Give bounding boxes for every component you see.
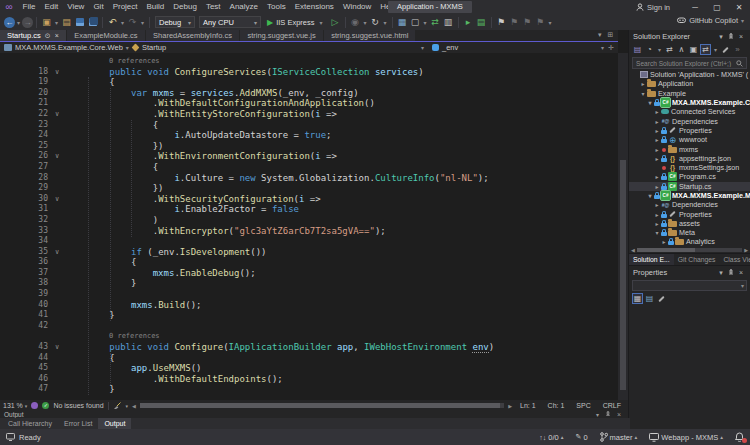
scroll-right-icon[interactable]: ▶ [508,403,512,409]
dropdown-caret-icon[interactable]: ▾ [119,19,126,26]
code-line[interactable]: 19 { [0,77,618,88]
output-panel-header[interactable]: Output ▾ × [0,411,628,418]
tree-item-application[interactable]: ▸Application [629,79,750,88]
scrollbar-thumb[interactable] [140,403,501,408]
repository-button[interactable]: Webapp - MXMS▴ [649,432,723,442]
tree-item-dependencies[interactable]: ▸#@Dependencies [629,200,750,209]
show-all-files-icon[interactable]: ▣ [688,44,699,55]
start-debugging-button[interactable]: ▶IIS Express▾ [263,16,329,28]
code-line[interactable]: 47 } [0,384,618,395]
close-icon[interactable]: × [736,269,746,276]
properties-object-combobox[interactable]: ▾ [632,280,747,291]
code-line[interactable]: 24 i.AutoUpdateDatastore = true; [0,130,618,141]
line-ending-indicator[interactable]: CRLF [599,402,625,409]
property-pages-icon[interactable] [656,293,667,304]
zoom-select[interactable]: 131 % ▾ [3,402,27,409]
code-line[interactable]: 25 }) [0,141,618,152]
dropdown-caret-icon[interactable]: ▾ [382,19,389,26]
fold-arrow-icon[interactable]: ∨ [48,247,66,258]
overflow-icon[interactable]: » [732,44,743,55]
codelens-references[interactable]: 0 references [66,331,160,342]
menu-edit[interactable]: Edit [40,0,63,14]
run-code-analysis-icon[interactable]: ▸ [462,16,475,28]
dropdown-caret-icon[interactable]: ▾ [139,19,146,26]
chevron-right-icon[interactable]: ▸ [653,155,661,162]
chevron-right-icon[interactable]: ▸ [653,136,661,143]
window-layout-icon[interactable]: ▢ [409,16,422,28]
platform-select[interactable]: Any CPU▾ [199,16,261,28]
dropdown-caret-icon[interactable]: ▾ [422,19,429,26]
scroll-left-icon[interactable]: ◀ [631,247,635,253]
toggle-bookmark-icon[interactable]: ⚑ [495,16,508,28]
split-window-icon[interactable]: ✛ [608,44,614,52]
tree-item-connected-services[interactable]: ▸Connected Services [629,107,750,116]
tree-item-mxa-mxms-example-c[interactable]: ▾C#MXA.MXMS.Example.C [629,98,750,107]
code-line[interactable]: 44 { [0,353,618,364]
codelens-references[interactable]: 0 references [66,56,160,67]
pin-icon[interactable] [605,411,611,418]
code-line[interactable]: 40 mxms.Build(); [0,300,618,311]
scroll-right-icon[interactable]: ▶ [744,247,748,253]
menu-git[interactable]: Git [89,0,108,14]
live-share-icon[interactable]: ▦ [396,16,409,28]
save-all-icon[interactable] [86,16,99,28]
chevron-right-icon[interactable]: ▸ [653,201,661,208]
panel-tab-git-changes[interactable]: Git Changes [674,254,720,265]
chevron-right-icon[interactable]: ▸ [653,108,661,115]
code-line[interactable]: 37 mxms.EnableDebug(); [0,268,618,279]
pin-icon[interactable] [726,33,736,41]
member-dropdown[interactable]: _env ▾✛ [428,42,618,53]
code-line[interactable]: 26∨ .WithEnvironmentConfiguration(i => [0,151,618,162]
tree-item-example[interactable]: ▾Example [629,89,750,98]
window-position-icon[interactable]: ▾ [593,411,602,418]
tree-item-mxms[interactable]: ▸mxms [629,144,750,153]
pin-icon[interactable]: ⊙ [45,32,51,40]
tree-item-mxmssettings-json[interactable]: {}mxmsSettings.json [629,163,750,172]
tree-item-meta[interactable]: ▾Meta [629,228,750,237]
project-dropdown[interactable]: MXA.MXMS.Example.Core.Web ▾ [0,42,128,53]
tree-item-mxa-mxms-example-mo[interactable]: ▾C#MXA.MXMS.Example.Mo [629,191,750,200]
chevron-down-icon[interactable]: ▾ [646,99,654,106]
panel-tab-error-list[interactable]: Error List [58,418,98,429]
performance-profiler-icon[interactable]: ▥ [442,16,455,28]
code-line[interactable]: 22∨ .WithEntityStoreConfiguration(i => [0,109,618,120]
dropdown-caret-icon[interactable]: ▾ [656,46,663,53]
new-project-icon[interactable]: ▣ [40,16,53,28]
save-icon[interactable] [73,16,86,28]
tree-item-properties[interactable]: ▸Properties [629,209,750,218]
alphabetical-icon[interactable]: ▤ [644,293,655,304]
chevron-down-icon[interactable]: ▾ [646,192,654,199]
tree-item-analytics[interactable]: ▸Analytics [629,237,750,246]
dropdown-caret-icon[interactable]: ▾ [362,19,369,26]
solution-search-box[interactable]: Search Solution Explorer (Ctrl+;) [632,57,747,69]
chevron-right-icon[interactable]: ▸ [653,220,661,227]
sync-commits-button[interactable]: ↑↓0/0▴ [539,432,563,442]
code-line[interactable]: 18∨ public void ConfigureServices(IServi… [0,67,618,78]
chevron-right-icon[interactable]: ▸ [653,183,661,190]
dropdown-caret-icon[interactable]: ▾ [547,19,554,26]
branch-button[interactable]: master▴ [600,432,638,442]
sync-namespaces-icon[interactable]: ⇄ [429,16,442,28]
feedback-icon[interactable] [6,433,15,441]
github-copilot-button[interactable]: GitHub Copilot ▾ [677,16,744,25]
scroll-left-icon[interactable]: ◀ [132,403,136,409]
close-icon[interactable]: × [736,33,746,40]
pending-changes-filter-icon[interactable]: ◔ [644,44,655,55]
code-line[interactable]: 36 { [0,257,618,268]
start-without-debugging-icon[interactable]: ▷ [329,16,342,28]
next-bookmark-icon[interactable]: ⚑ [521,16,534,28]
editor-options-icon[interactable]: ⊞ [608,31,614,39]
chevron-right-icon[interactable]: ▸ [660,238,668,245]
tree-horizontal-scrollbar[interactable]: ◀ ▶ [629,246,750,253]
fold-arrow-icon[interactable]: ∨ [48,151,66,162]
code-line[interactable]: 34 [0,236,618,247]
chevron-right-icon[interactable]: ▸ [653,127,661,134]
pin-icon[interactable] [726,269,736,277]
tab-string.suggest.vue.html[interactable]: string.suggest.vue.html [324,30,415,41]
solution-explorer-header[interactable]: Solution Explorer ▾ × [629,30,750,43]
issues-status[interactable]: No issues found [53,402,103,409]
intellicode-icon[interactable] [31,402,38,409]
test-explorer-icon[interactable]: ▤ [475,16,488,28]
previous-bookmark-icon[interactable]: ⚑ [508,16,521,28]
code-line[interactable]: 41 } [0,310,618,321]
